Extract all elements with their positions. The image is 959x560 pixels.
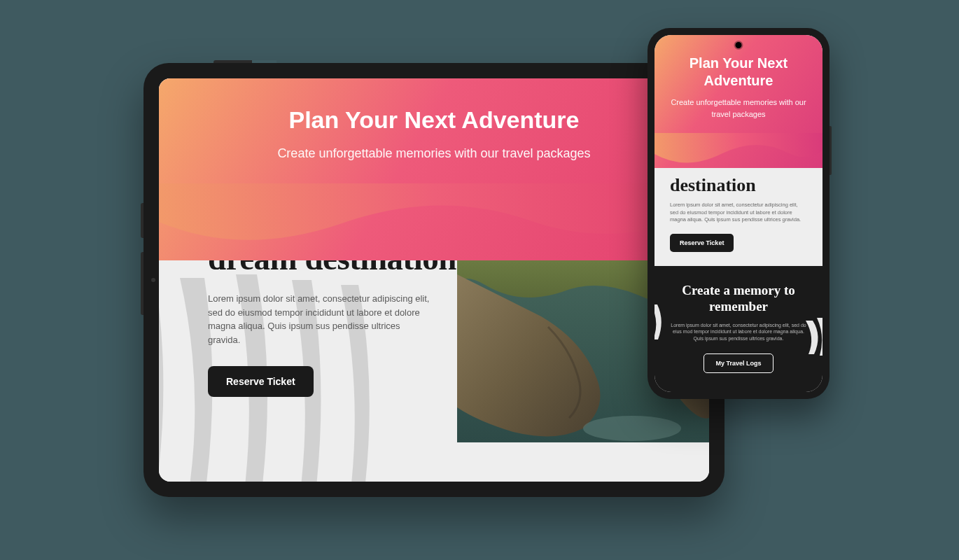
phone-camera-icon bbox=[736, 42, 742, 48]
hero-subtitle: Create unforgettable memories with our t… bbox=[159, 146, 709, 161]
brush-stroke-right-icon bbox=[800, 315, 822, 357]
section2-lorem: Lorem ipsum dolor sit amet, consectetur … bbox=[670, 322, 807, 342]
phone-side-button bbox=[830, 126, 832, 175]
hero-subtitle-phone: Create unforgettable memories with our t… bbox=[667, 97, 810, 120]
section2-heading: Create a memory to remember bbox=[670, 283, 807, 315]
section1-lorem: Lorem ipsum dolor sit amet, consectetur … bbox=[208, 292, 432, 346]
tablet-screen: Travel to your dream destination Lorem i… bbox=[159, 78, 709, 482]
phone-device-frame: destination Lorem ipsum dolor sit amet, … bbox=[648, 28, 830, 399]
svg-point-1 bbox=[583, 416, 681, 441]
section1-lorem-phone: Lorem ipsum dolor sit amet, consectetur … bbox=[670, 202, 807, 224]
phone-screen: destination Lorem ipsum dolor sit amet, … bbox=[654, 35, 822, 392]
wave-divider-phone bbox=[654, 133, 822, 182]
tablet-top-button bbox=[214, 60, 276, 63]
phone-section-memory: Create a memory to remember Lorem ipsum … bbox=[654, 266, 822, 392]
brush-stroke-left-icon bbox=[654, 301, 668, 343]
travel-logs-button[interactable]: My Travel Logs bbox=[704, 354, 773, 373]
tablet-camera-icon bbox=[151, 278, 155, 282]
reserve-ticket-button[interactable]: Reserve Ticket bbox=[670, 234, 734, 252]
hero-title: Plan Your Next Adventure bbox=[159, 78, 709, 134]
wave-divider bbox=[159, 183, 709, 281]
tablet-device-frame: Travel to your dream destination Lorem i… bbox=[144, 63, 724, 497]
hero-title-phone: Plan Your Next Adventure bbox=[667, 55, 810, 90]
reserve-ticket-button[interactable]: Reserve Ticket bbox=[208, 366, 314, 397]
